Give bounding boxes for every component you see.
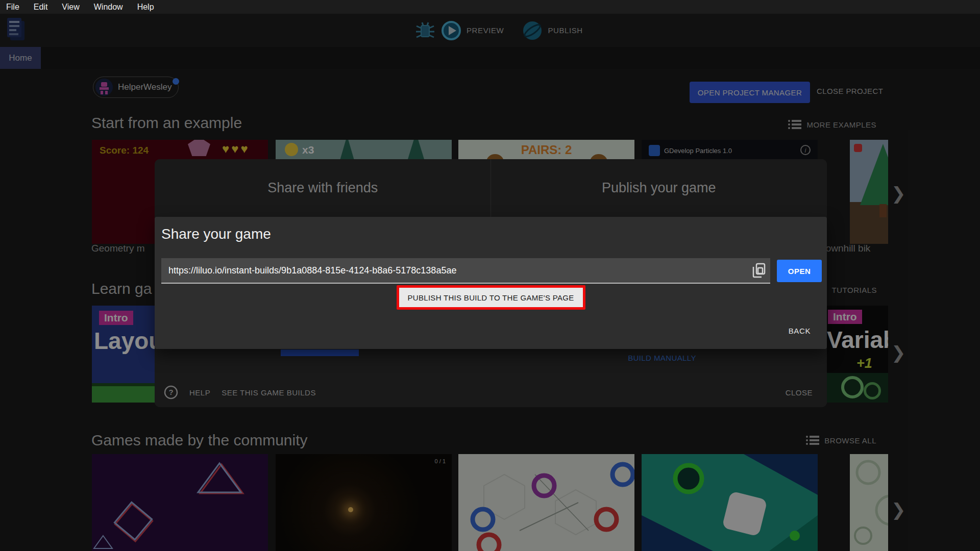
menu-help[interactable]: Help — [130, 0, 161, 14]
build-url-input[interactable] — [161, 265, 748, 276]
app-window: File Edit View Window Help — [0, 0, 980, 551]
back-button[interactable]: BACK — [789, 327, 811, 335]
copy-button[interactable] — [748, 259, 770, 282]
open-url-button[interactable]: OPEN — [777, 260, 822, 282]
publish-build-row: PUBLISH THIS BUILD TO THE GAME'S PAGE — [155, 285, 827, 310]
menu-edit[interactable]: Edit — [27, 0, 55, 14]
menu-bar: File Edit View Window Help — [0, 0, 980, 14]
publish-this-build-button[interactable]: PUBLISH THIS BUILD TO THE GAME'S PAGE — [399, 288, 583, 307]
menu-view[interactable]: View — [55, 0, 86, 14]
share-dialog-title: Share your game — [161, 226, 271, 242]
menu-file[interactable]: File — [0, 0, 27, 14]
build-url-field — [161, 258, 770, 284]
copy-icon — [752, 263, 766, 278]
menu-window[interactable]: Window — [87, 0, 130, 14]
annotation-highlight: PUBLISH THIS BUILD TO THE GAME'S PAGE — [397, 285, 585, 310]
share-your-game-dialog: Share your game OPEN PUBLISH THIS BUILD … — [155, 217, 827, 349]
